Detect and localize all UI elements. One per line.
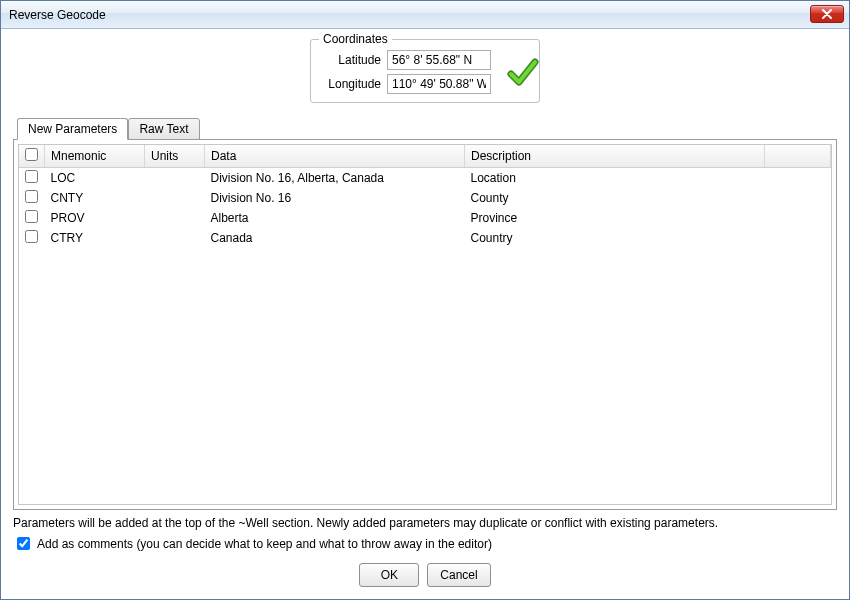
add-as-comments-label: Add as comments (you can decide what to … (37, 537, 492, 551)
table-row[interactable]: LOCDivision No. 16, Alberta, CanadaLocat… (19, 168, 831, 189)
cell-units (145, 208, 205, 228)
cell-data: Division No. 16, Alberta, Canada (205, 168, 465, 189)
content-area: Coordinates Latitude Longitude New Param… (1, 29, 849, 599)
cancel-button[interactable]: Cancel (427, 563, 490, 587)
close-icon (822, 9, 832, 19)
coordinates-legend: Coordinates (319, 32, 392, 46)
latitude-input[interactable] (387, 50, 491, 70)
cell-mnemonic: CNTY (45, 188, 145, 208)
table-row[interactable]: CNTYDivision No. 16County (19, 188, 831, 208)
col-header-spacer (765, 145, 831, 168)
cell-description: Country (465, 228, 765, 248)
row-checkbox[interactable] (25, 170, 38, 183)
latitude-label: Latitude (321, 53, 381, 67)
select-all-checkbox[interactable] (25, 148, 38, 161)
row-checkbox[interactable] (25, 230, 38, 243)
parameters-table-wrap: Mnemonic Units Data Description LOCDivis… (18, 144, 832, 505)
cell-mnemonic: CTRY (45, 228, 145, 248)
cell-mnemonic: PROV (45, 208, 145, 228)
col-header-description[interactable]: Description (465, 145, 765, 168)
cell-data: Canada (205, 228, 465, 248)
cell-units (145, 228, 205, 248)
longitude-input[interactable] (387, 74, 491, 94)
tab-panel-new-parameters: Mnemonic Units Data Description LOCDivis… (13, 139, 837, 510)
footer-note: Parameters will be added at the top of t… (13, 516, 837, 530)
cell-data: Alberta (205, 208, 465, 228)
window-title: Reverse Geocode (9, 8, 106, 22)
row-checkbox[interactable] (25, 210, 38, 223)
longitude-label: Longitude (321, 77, 381, 91)
col-header-data[interactable]: Data (205, 145, 465, 168)
cell-mnemonic: LOC (45, 168, 145, 189)
checkmark-icon (505, 54, 541, 93)
button-row: OK Cancel (13, 563, 837, 587)
close-button[interactable] (810, 5, 844, 23)
table-row[interactable]: CTRYCanadaCountry (19, 228, 831, 248)
coordinates-group: Coordinates Latitude Longitude (310, 39, 540, 103)
cell-units (145, 188, 205, 208)
cell-description: County (465, 188, 765, 208)
row-checkbox[interactable] (25, 190, 38, 203)
titlebar: Reverse Geocode (1, 1, 849, 29)
add-as-comments-row[interactable]: Add as comments (you can decide what to … (13, 534, 837, 553)
parameters-table: Mnemonic Units Data Description LOCDivis… (19, 145, 831, 248)
table-row[interactable]: PROVAlbertaProvince (19, 208, 831, 228)
cell-units (145, 168, 205, 189)
col-header-units[interactable]: Units (145, 145, 205, 168)
cell-description: Location (465, 168, 765, 189)
tab-new-parameters[interactable]: New Parameters (17, 118, 128, 140)
tab-raw-text[interactable]: Raw Text (128, 118, 199, 140)
add-as-comments-checkbox[interactable] (17, 537, 30, 550)
ok-button[interactable]: OK (359, 563, 419, 587)
col-header-mnemonic[interactable]: Mnemonic (45, 145, 145, 168)
tabstrip: New Parameters Raw Text (13, 117, 837, 139)
cell-description: Province (465, 208, 765, 228)
cell-data: Division No. 16 (205, 188, 465, 208)
col-header-checkbox[interactable] (19, 145, 45, 168)
